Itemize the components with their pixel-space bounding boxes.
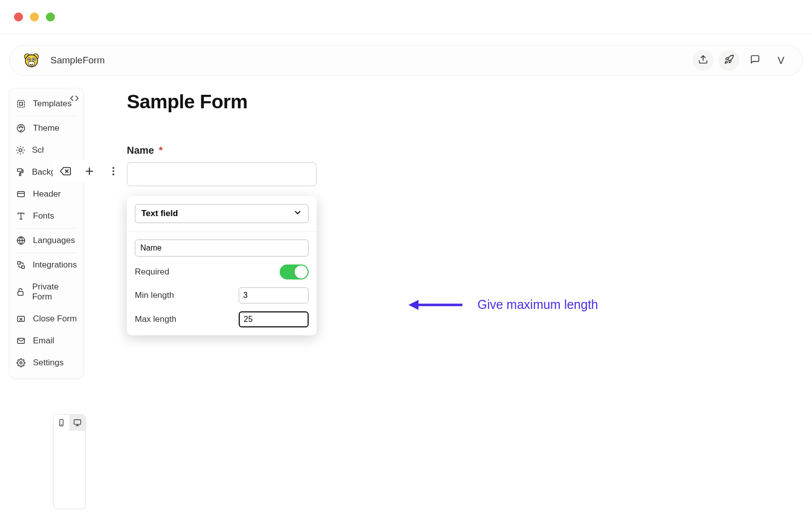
launch-button[interactable]	[719, 50, 740, 71]
comment-icon	[750, 54, 760, 66]
mobile-view-button[interactable]	[53, 415, 69, 431]
max-length-row: Max length	[135, 311, 309, 327]
sidebar-item-label: Header	[33, 189, 61, 199]
rocket-icon	[724, 54, 734, 66]
upload-button[interactable]	[693, 50, 714, 71]
window-zoom-dot[interactable]	[46, 12, 55, 21]
svg-point-13	[20, 126, 21, 127]
svg-rect-49	[60, 419, 63, 426]
sidebar-item-private-form[interactable]: Private Form	[9, 276, 84, 308]
svg-line-18	[17, 147, 18, 148]
sidebar: Templates Theme Sch Background Header	[9, 88, 84, 379]
comment-button[interactable]	[745, 50, 766, 71]
delete-field-button[interactable]	[59, 165, 72, 178]
sidebar-item-integrations[interactable]: Integrations	[9, 254, 84, 276]
svg-point-5	[28, 59, 30, 60]
sidebar-divider	[16, 228, 77, 229]
brand-block: SampleForm	[23, 52, 105, 68]
palette-icon	[16, 124, 26, 133]
topbar-actions: V	[693, 50, 792, 71]
viewport-switch	[53, 414, 86, 509]
window-close-dot[interactable]	[14, 12, 23, 21]
window-minimize-dot[interactable]	[30, 12, 39, 21]
sidebar-item-email[interactable]: Email	[9, 330, 84, 352]
svg-point-6	[33, 59, 34, 60]
svg-rect-24	[17, 169, 22, 171]
sidebar-item-label: Settings	[33, 358, 63, 368]
code-toggle-button[interactable]	[70, 94, 79, 105]
desktop-view-button[interactable]	[69, 415, 85, 431]
svg-point-14	[22, 127, 23, 128]
svg-marker-48	[408, 300, 418, 310]
required-asterisk: *	[159, 145, 163, 156]
gear-icon	[16, 358, 26, 367]
svg-rect-10	[19, 102, 22, 105]
sidebar-item-close-form[interactable]: Close Form	[9, 308, 84, 330]
svg-line-22	[17, 153, 18, 153]
svg-line-23	[23, 147, 23, 148]
paint-icon	[16, 168, 25, 177]
sidebar-item-label: Theme	[33, 123, 59, 133]
svg-rect-26	[17, 192, 24, 197]
sidebar-item-label: Private Form	[32, 282, 77, 302]
field-block-name: Name *	[127, 145, 317, 186]
min-length-input[interactable]	[239, 287, 309, 303]
svg-rect-33	[21, 266, 24, 268]
field-type-label: Text field	[141, 209, 178, 219]
globe-icon	[16, 236, 26, 245]
field-name-input[interactable]	[135, 240, 309, 257]
svg-rect-51	[74, 420, 80, 424]
sidebar-item-fonts[interactable]: Fonts	[9, 205, 84, 227]
sidebar-divider	[16, 253, 77, 253]
field-type-select[interactable]: Text field	[135, 204, 309, 223]
annotation-text: Give maximum length	[477, 297, 598, 312]
sidebar-item-label: Fonts	[33, 211, 54, 221]
monkey-logo-icon	[23, 52, 39, 68]
sidebar-divider	[16, 116, 77, 116]
avatar[interactable]: V	[771, 50, 792, 71]
svg-rect-9	[17, 100, 24, 107]
min-length-label: Min length	[135, 290, 174, 300]
sidebar-item-header[interactable]: Header	[9, 183, 84, 205]
integrations-icon	[16, 260, 25, 269]
name-input[interactable]	[127, 162, 317, 186]
window-titlebar	[0, 0, 812, 34]
toggle-knob	[295, 265, 308, 278]
required-row: Required	[135, 264, 309, 279]
annotation: Give maximum length	[408, 297, 598, 312]
upload-icon	[698, 54, 708, 66]
field-label-text: Name	[127, 145, 154, 156]
svg-rect-32	[17, 261, 20, 264]
panel-divider	[127, 231, 317, 232]
sidebar-item-scheme[interactable]: Sch	[9, 139, 84, 161]
svg-rect-34	[18, 291, 23, 295]
svg-line-19	[23, 153, 23, 153]
required-toggle[interactable]	[280, 264, 309, 279]
workspace: Templates Theme Sch Background Header	[0, 76, 812, 400]
lock-icon	[16, 287, 25, 296]
chevron-down-icon	[293, 208, 302, 220]
form-title: Sample Form	[127, 91, 812, 113]
sidebar-item-label: Close Form	[33, 314, 77, 324]
type-icon	[16, 212, 26, 221]
min-length-row: Min length	[135, 287, 309, 303]
mail-icon	[16, 336, 26, 345]
sidebar-item-label: Integrations	[32, 260, 77, 270]
sidebar-item-theme[interactable]: Theme	[9, 117, 84, 139]
sidebar-item-settings[interactable]: Settings	[9, 352, 84, 374]
svg-rect-25	[19, 174, 21, 176]
sidebar-item-languages[interactable]: Languages	[9, 230, 84, 252]
sidebar-item-label: Sch	[32, 145, 44, 155]
top-bar: SampleForm V	[9, 45, 803, 76]
form-canvas: Sample Form Name * Text field Required	[84, 88, 812, 400]
app-name: SampleForm	[50, 55, 105, 66]
arrow-left-icon	[408, 298, 463, 311]
required-label: Required	[135, 267, 169, 277]
svg-point-39	[20, 362, 22, 364]
max-length-input[interactable]	[239, 311, 309, 327]
svg-point-15	[19, 149, 22, 152]
sidebar-item-label: Email	[33, 336, 54, 346]
templates-icon	[16, 99, 26, 108]
close-form-icon	[16, 314, 26, 323]
sun-icon	[16, 146, 25, 155]
